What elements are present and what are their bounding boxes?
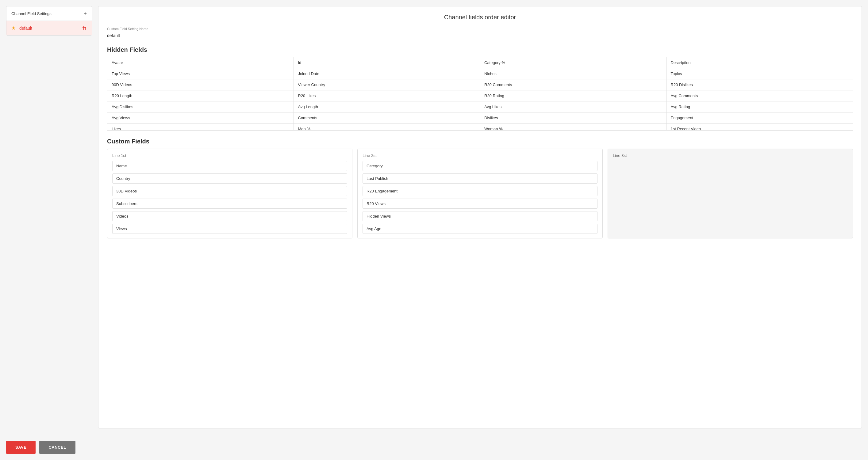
custom-field-item[interactable]: R20 Views xyxy=(363,199,597,209)
hidden-field-cell[interactable]: Id xyxy=(294,57,480,68)
editor-title: Channel fields order editor xyxy=(107,14,853,21)
hidden-field-cell[interactable]: R20 Comments xyxy=(480,79,666,90)
hidden-fields-grid: AvatarIdCategory %DescriptionTop ViewsJo… xyxy=(107,57,853,131)
field-setting-group: Custom Field Setting Name xyxy=(107,27,853,46)
hidden-field-cell[interactable]: Top Views xyxy=(107,68,294,79)
setting-item-default[interactable]: ★ default 🗑 xyxy=(6,21,92,35)
left-panel: Channel Field Settings + ★ default 🗑 xyxy=(6,6,92,36)
save-button[interactable]: SAVE xyxy=(6,441,36,454)
hidden-field-cell[interactable]: Topics xyxy=(666,68,853,79)
hidden-field-cell[interactable]: Dislikes xyxy=(480,112,666,124)
custom-column-3: Line 3st xyxy=(608,149,853,238)
setting-item-left: ★ default xyxy=(11,25,32,31)
column-label-1: Line 1st xyxy=(112,153,347,158)
hidden-field-cell[interactable]: Engagement xyxy=(666,112,853,124)
custom-field-item[interactable]: Category xyxy=(363,161,597,171)
custom-field-item[interactable]: Hidden Views xyxy=(363,211,597,221)
custom-field-item[interactable]: 30D Videos xyxy=(112,186,347,196)
hidden-field-cell[interactable]: 90D Videos xyxy=(107,79,294,90)
hidden-field-cell[interactable]: Likes xyxy=(107,124,294,131)
delete-icon[interactable]: 🗑 xyxy=(82,26,87,31)
column-label-2: Line 2st xyxy=(363,153,597,158)
hidden-field-cell[interactable]: Woman % xyxy=(480,124,666,131)
custom-field-item[interactable]: Country xyxy=(112,173,347,184)
hidden-field-cell[interactable]: Avg Views xyxy=(107,112,294,124)
hidden-field-cell[interactable]: R20 Likes xyxy=(294,90,480,101)
hidden-field-cell[interactable]: Avg Likes xyxy=(480,101,666,112)
add-setting-icon[interactable]: + xyxy=(84,11,87,16)
hidden-field-cell[interactable]: Description xyxy=(666,57,853,68)
custom-field-item[interactable]: Name xyxy=(112,161,347,171)
custom-field-item[interactable]: Last Publish xyxy=(363,173,597,184)
custom-field-item[interactable]: Avg Age xyxy=(363,224,597,234)
left-panel-title: Channel Field Settings xyxy=(11,11,52,16)
hidden-field-cell[interactable]: Avg Dislikes xyxy=(107,101,294,112)
hidden-field-cell[interactable]: Viewer Country xyxy=(294,79,480,90)
cancel-button[interactable]: CANCEL xyxy=(39,441,75,454)
column-label-3: Line 3st xyxy=(613,153,848,158)
hidden-field-cell[interactable]: Avg Length xyxy=(294,101,480,112)
custom-field-item[interactable]: Videos xyxy=(112,211,347,221)
hidden-field-cell[interactable]: Avg Comments xyxy=(666,90,853,101)
setting-name: default xyxy=(19,26,32,31)
custom-column-1: Line 1stNameCountry30D VideosSubscribers… xyxy=(107,149,352,238)
hidden-field-cell[interactable]: Category % xyxy=(480,57,666,68)
custom-fields-title: Custom Fields xyxy=(107,138,853,145)
right-panel: Channel fields order editor Custom Field… xyxy=(98,6,862,428)
custom-field-item[interactable]: Views xyxy=(112,224,347,234)
hidden-field-cell[interactable]: Joined Date xyxy=(294,68,480,79)
hidden-field-cell[interactable]: Man % xyxy=(294,124,480,131)
hidden-field-cell[interactable]: Avg Rating xyxy=(666,101,853,112)
hidden-field-cell[interactable]: 1st Recent Video xyxy=(666,124,853,131)
field-setting-input[interactable] xyxy=(107,32,853,40)
hidden-field-cell[interactable]: Niches xyxy=(480,68,666,79)
star-icon: ★ xyxy=(11,25,16,31)
hidden-field-cell[interactable]: Avatar xyxy=(107,57,294,68)
custom-column-2: Line 2stCategoryLast PublishR20 Engageme… xyxy=(357,149,603,238)
hidden-field-cell[interactable]: R20 Rating xyxy=(480,90,666,101)
hidden-field-cell[interactable]: R20 Length xyxy=(107,90,294,101)
custom-field-item[interactable]: R20 Engagement xyxy=(363,186,597,196)
hidden-field-cell[interactable]: Comments xyxy=(294,112,480,124)
custom-field-item[interactable]: Subscribers xyxy=(112,199,347,209)
hidden-field-cell[interactable]: R20 Dislikes xyxy=(666,79,853,90)
hidden-fields-title: Hidden Fields xyxy=(107,46,853,53)
custom-fields-columns: Line 1stNameCountry30D VideosSubscribers… xyxy=(107,149,853,238)
custom-fields-section: Custom Fields Line 1stNameCountry30D Vid… xyxy=(107,138,853,238)
left-panel-header: Channel Field Settings + xyxy=(6,6,92,21)
bottom-bar: SAVE CANCEL xyxy=(0,434,868,460)
field-setting-label: Custom Field Setting Name xyxy=(107,27,853,31)
